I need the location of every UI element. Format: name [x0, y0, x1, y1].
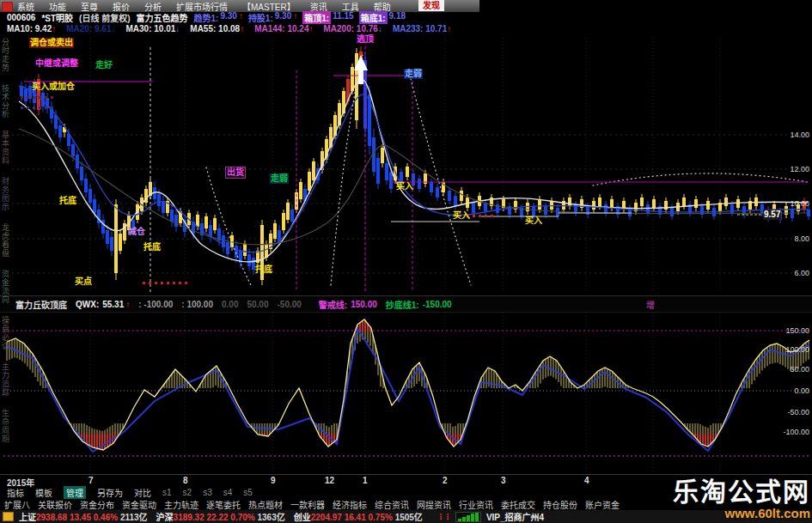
tab-s3[interactable]: s3 [203, 488, 212, 497]
index-quote-2[interactable]: 创业2204.97 16.41 0.75% 1505亿 [294, 513, 423, 522]
tab-网提资讯[interactable]: 网提资讯 [417, 498, 451, 511]
index-quote-1[interactable]: 沪深3189.32 22.22 0.70% 1363亿 [156, 513, 285, 522]
index-volume: 1363亿 [257, 513, 284, 522]
menu-item-0[interactable]: 系统 [17, 0, 34, 13]
tab-管理[interactable]: 管理 [64, 486, 86, 499]
indicator-param-0: : -100.00 [138, 300, 173, 309]
tab-s1[interactable]: s1 [162, 488, 172, 497]
sidebar-item-3[interactable]: 财务图示 [0, 177, 11, 211]
x-axis-label-1: 7 [89, 476, 94, 485]
annotation-9.57: 9.57 [763, 210, 781, 220]
app-logo-icon[interactable] [2, 2, 13, 12]
candle-body [282, 213, 285, 230]
field-value: 11.15 [333, 11, 353, 24]
candle-body [71, 144, 75, 156]
candle-body [664, 201, 668, 210]
field-value: 9.18 [389, 11, 406, 24]
signal-dot [143, 282, 145, 284]
tab-资金驱动[interactable]: 资金驱动 [122, 498, 156, 511]
ma-arrow-icon: ↑ [240, 24, 244, 33]
signal-dot [179, 282, 181, 284]
sidebar-item-0[interactable]: 分时走势 [0, 38, 11, 72]
candle-body [385, 163, 388, 180]
faint-glyph: 增 [646, 298, 655, 311]
candle-body [694, 199, 698, 208]
sidebar-item-1[interactable]: 技术分析 [0, 84, 11, 119]
signal-dot [21, 96, 23, 99]
index-change: 13.45 [70, 513, 94, 522]
tab-关联报价[interactable]: 关联报价 [38, 498, 72, 511]
sidebar-item-2[interactable]: 基本资料 [0, 131, 11, 165]
index-pct: 0.75% [368, 513, 394, 522]
tab-s5[interactable]: s5 [243, 488, 253, 497]
indicator-field-2: 箱顶1:11.15 [302, 11, 353, 24]
meter-bar [475, 513, 479, 521]
bottom-line-value: -150.00 [423, 300, 452, 309]
sidebar-item-4[interactable]: 龙虎看盘 [0, 223, 11, 258]
tab-对比[interactable]: 对比 [134, 486, 151, 499]
candle-body [84, 179, 88, 192]
tab-s4[interactable]: s4 [223, 488, 233, 497]
field-value: 9.30 [275, 11, 291, 24]
annotation-逃顶: 逃顶 [356, 34, 375, 45]
candle-body [106, 230, 109, 244]
candle-body [430, 182, 433, 192]
candle-body [610, 199, 614, 208]
candle-body [598, 198, 601, 206]
annotation-买点: 买点 [74, 277, 93, 287]
signal-dots [21, 106, 53, 109]
candle-body [724, 198, 728, 206]
y-axis-label: 12.00 [773, 165, 809, 173]
sidebar-item-7[interactable]: 主力追踪 [0, 362, 11, 397]
menu-item-discover[interactable]: 发现 [418, 0, 444, 11]
candle-body [174, 215, 178, 227]
candle-body [58, 125, 62, 137]
candle-body [299, 182, 302, 199]
y-axis-label: 14.00 [773, 131, 809, 139]
ma-arrow-icon: ↓ [112, 24, 116, 33]
signal-dots [143, 282, 187, 284]
sidebar-item-6[interactable]: 操盘必读 [0, 316, 11, 350]
annotation-出货: 出货 [225, 167, 246, 179]
index-pct: 0.70% [230, 513, 257, 522]
tab-综合资讯[interactable]: 综合资讯 [375, 498, 409, 511]
stock-name: *ST明胶 [41, 11, 73, 24]
tab-一款利器[interactable]: 一款利器 [290, 498, 325, 511]
alert-line-label: 警戒线: [319, 298, 347, 311]
tab-模板[interactable]: 模板 [35, 486, 52, 499]
annotation-托底: 托底 [254, 265, 273, 275]
tab-行业资讯[interactable]: 行业资讯 [459, 498, 493, 511]
ma-item-6: MA233: 10.71↑ [393, 24, 451, 33]
indicator-field-0: 趋势1:9.30↑ [194, 11, 243, 24]
meter-bar [462, 517, 466, 521]
signal-dot [27, 96, 29, 99]
candle-body [436, 187, 439, 198]
field-label: 趋势1: [194, 11, 219, 24]
index-quotes: 上证2938.68 13.45 0.46% 2113亿沪深3189.32 22.… [19, 510, 431, 523]
tab-资金分布[interactable]: 资金分布 [80, 498, 114, 511]
tab-另存为[interactable]: 另存为 [97, 486, 123, 499]
tab-经济指标[interactable]: 经济指标 [333, 498, 367, 511]
sidebar-item-8[interactable]: 生命周期 [0, 409, 11, 443]
index-label: 上证 [19, 513, 36, 522]
main-indicator-name: 富力五色趋势 [137, 11, 188, 24]
candle-body [213, 218, 217, 230]
ma-item-2: MA30: 10.01↓ [126, 24, 180, 33]
tab-s2[interactable]: s2 [183, 488, 192, 497]
tab-热点题材[interactable]: 热点题材 [248, 498, 283, 511]
index-quote-0[interactable]: 上证2938.68 13.45 0.46% 2113亿 [19, 513, 148, 522]
oscillator-chart[interactable] [0, 311, 812, 474]
oscillator-svg [0, 311, 812, 474]
tab-持仓股份[interactable]: 持仓股份 [543, 498, 577, 511]
bottom-line-label: 抄底线1: [386, 298, 419, 311]
sidebar-item-5[interactable]: 资金流向 [0, 270, 11, 304]
signal-dot [33, 106, 35, 109]
tab-账户资金[interactable]: 账户资金 [585, 498, 620, 511]
annotation-走好: 走好 [95, 60, 113, 70]
tab-逐笔委托[interactable]: 逐笔委托 [206, 498, 241, 511]
x-axis-label-5: 1 [363, 476, 368, 485]
tab-主力轨迹[interactable]: 主力轨迹 [164, 498, 198, 511]
chart-mode: (日线 前复权) [79, 11, 130, 24]
index-label: 沪深 [156, 513, 174, 522]
tab-委托成交[interactable]: 委托成交 [501, 498, 535, 511]
